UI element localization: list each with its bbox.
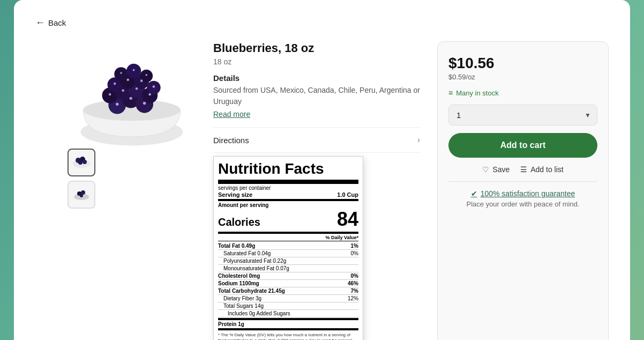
- svg-point-8: [80, 194, 83, 197]
- purchase-panel: $10.56 $0.59/oz ≡ Many in stock 1 2 3 4 …: [437, 41, 609, 340]
- quantity-dropdown[interactable]: 1 2 3 4 5: [448, 105, 597, 125]
- price-main: $10.56: [448, 55, 597, 72]
- nutrition-row: Dietary Fiber 3g12%: [218, 295, 358, 302]
- svg-point-27: [143, 102, 146, 105]
- stock-icon: ≡: [448, 88, 453, 97]
- svg-point-30: [136, 87, 138, 90]
- back-label: Back: [48, 18, 66, 27]
- stock-badge: ≡ Many in stock: [448, 88, 597, 97]
- nutrition-servings-per-container: servings per container: [218, 185, 358, 191]
- nutrition-row: Monounsaturated Fat 0.07g: [218, 265, 358, 272]
- list-icon: ☰: [520, 165, 527, 174]
- nutrition-row: Total Sugars 14g: [218, 302, 358, 310]
- nutrition-calories-row: Calories 84: [218, 208, 358, 234]
- product-modal: ← Back: [14, 0, 630, 340]
- svg-point-34: [140, 79, 143, 82]
- svg-point-36: [120, 72, 122, 74]
- nutrition-protein-label: Protein 1g: [218, 321, 244, 327]
- svg-point-37: [133, 69, 135, 71]
- svg-point-33: [126, 79, 129, 82]
- svg-point-3: [78, 160, 83, 165]
- nutrition-amount-per: Amount per serving: [218, 202, 358, 208]
- svg-point-38: [145, 74, 147, 76]
- product-subtitle: 18 oz: [213, 57, 420, 66]
- back-button[interactable]: ← Back: [35, 17, 66, 28]
- nutrition-serving-size-value: 1.0 Cup: [337, 191, 358, 198]
- action-row: ♡ Save ☰ Add to list: [448, 165, 597, 174]
- thumbnail-list: [68, 149, 95, 209]
- guarantee-check-icon: ✔: [471, 189, 477, 198]
- product-layout: Blueberries, 18 oz 18 oz Details Sourced…: [35, 41, 609, 340]
- directions-chevron-icon: ›: [417, 135, 420, 145]
- svg-point-28: [109, 93, 111, 96]
- back-arrow-icon: ←: [35, 17, 45, 28]
- nutrition-rows: Total Fat 0.49g1%Saturated Fat 0.04g0%Po…: [218, 242, 358, 317]
- nutrition-row: Sodium 1100mg46%: [218, 280, 358, 287]
- nutrition-row: Includes 0g Added Sugars: [218, 310, 358, 317]
- save-button[interactable]: ♡ Save: [482, 165, 510, 174]
- directions-row[interactable]: Directions ›: [213, 127, 420, 153]
- svg-point-7: [81, 190, 85, 195]
- nutrition-row: Saturated Fat 0.04g0%: [218, 250, 358, 257]
- svg-point-29: [122, 90, 124, 92]
- svg-point-26: [129, 97, 132, 100]
- heart-icon: ♡: [482, 165, 489, 174]
- svg-point-31: [148, 93, 151, 96]
- nutrition-facts-title: Nutrition Facts: [218, 161, 358, 184]
- svg-point-32: [114, 83, 116, 85]
- nutrition-protein-row: Protein 1g: [218, 318, 358, 330]
- product-title: Blueberries, 18 oz: [213, 41, 420, 55]
- svg-point-35: [153, 85, 155, 88]
- thumbnail-1[interactable]: [68, 149, 95, 176]
- price-section: $10.56 $0.59/oz: [448, 55, 597, 81]
- price-per-unit: $0.59/oz: [448, 73, 597, 81]
- guarantee-section: ✔ 100% satisfaction guarantee Place your…: [448, 189, 597, 208]
- guarantee-link[interactable]: ✔ 100% satisfaction guarantee: [448, 189, 597, 198]
- image-section: [35, 41, 196, 340]
- nutrition-row: Total Fat 0.49g1%: [218, 242, 358, 250]
- guarantee-text: Place your order with peace of mind.: [448, 200, 597, 208]
- nutrition-row: Total Carbohydrate 21.45g7%: [218, 287, 358, 295]
- svg-point-25: [116, 103, 118, 106]
- thumbnail-2[interactable]: [68, 181, 95, 209]
- add-to-list-label: Add to list: [530, 165, 563, 174]
- nutrition-serving-size-label: Serving size: [218, 191, 252, 198]
- divider: [448, 181, 597, 182]
- nutrition-dv-header: % Daily Value*: [218, 235, 358, 241]
- nutrition-footer: * The % Daily Value (DV) tells you how m…: [218, 332, 358, 340]
- quantity-selector[interactable]: 1 2 3 4 5 ▼: [448, 105, 597, 125]
- add-to-cart-button[interactable]: Add to cart: [448, 133, 597, 158]
- nutrition-row: Cholesterol 0mg0%: [218, 272, 358, 280]
- add-to-list-button[interactable]: ☰ Add to list: [520, 165, 563, 174]
- nutrition-calories-label: Calories: [218, 216, 260, 228]
- info-section: Blueberries, 18 oz 18 oz Details Sourced…: [213, 41, 420, 340]
- nutrition-facts-card: Nutrition Facts servings per container S…: [213, 156, 363, 340]
- svg-point-4: [83, 160, 87, 164]
- nutrition-calories-value: 84: [337, 208, 358, 231]
- main-product-image: [62, 41, 201, 159]
- read-more-link[interactable]: Read more: [213, 110, 250, 119]
- stock-text: Many in stock: [456, 89, 498, 97]
- details-text: Sourced from USA, Mexico, Canada, Chile,…: [213, 85, 420, 107]
- details-label: Details: [213, 73, 420, 83]
- directions-label: Directions: [213, 136, 249, 145]
- save-label: Save: [492, 165, 510, 174]
- nutrition-serving-size-row: Serving size 1.0 Cup: [218, 191, 358, 201]
- nutrition-row: Polyunsaturated Fat 0.22g: [218, 257, 358, 265]
- guarantee-link-text: 100% satisfaction guarantee: [481, 189, 575, 198]
